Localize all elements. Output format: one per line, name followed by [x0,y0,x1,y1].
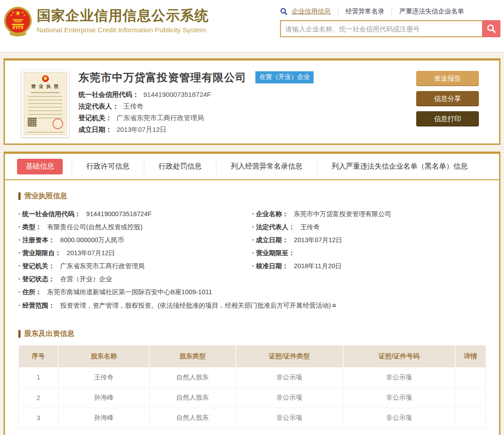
search-button[interactable] [482,20,500,37]
column-header: 股东类型 [149,345,236,367]
section-marker [18,330,21,338]
detail-row: · 注册资本：8000.000000万人民币· 成立日期：2013年07月12日 [18,234,486,247]
company-name: 东莞市中万贷富投资管理有限公司 [78,70,246,85]
detail-label: · 住所： [18,288,42,296]
detail-row: · 营业期限自：2013年07月12日· 营业期限至： [18,247,486,260]
field-label: 成立日期： [78,126,112,133]
header-nav-links: 企业信用信息经营异常名录严重违法失信企业名单 [280,6,500,16]
national-emblem-logo [4,5,32,38]
table-cell: 非公示项 [343,367,455,387]
license-detail-rows: · 统一社会信用代码：91441900073518724F· 企业名称：东莞市中… [18,208,486,312]
table-row: 3孙海峰自然人股东非公示项非公示项 [19,408,486,428]
table-cell: 孙海峰 [58,408,149,428]
status-badge: 在营（开业）企业 [255,71,314,83]
field-label: 法定代表人： [78,102,119,110]
detail-item: · 企业名称：东莞市中万贷富投资管理有限公司 [252,208,486,221]
license-section-title: 营业执照信息 [18,191,486,201]
table-cell: 非公示项 [236,367,343,387]
search-icon [280,8,288,15]
table-cell: 1 [19,367,59,387]
detail-row: · 住所：东莞市南城街道新城社区第一国际百安中心B座1009-1011 [18,286,486,299]
table-cell: 自然人股东 [149,367,236,387]
table-cell: 3 [19,408,59,428]
shareholder-table: 序号股东名称股东类型证照/证件类型证照/证件号码详情 1王传奇自然人股东非公示项… [18,345,486,428]
detail-row: · 类型：有限责任公司(自然人投资或控股)· 法定代表人：王传奇 [18,221,486,234]
license-image: 营 业 执 照 [22,70,69,137]
tab-4[interactable]: 列入经营异常名录信息 [216,159,317,174]
table-cell: 自然人股东 [149,408,236,428]
table-cell [455,408,486,428]
table-cell: 非公示项 [236,408,343,428]
column-header: 股东名称 [58,345,149,367]
table-cell: 非公示项 [343,387,455,408]
field-label: 登记机关： [78,114,112,122]
table-row: 1王传奇自然人股东非公示项非公示项 [19,367,486,387]
table-cell: 王传奇 [58,367,149,387]
tab-1[interactable]: 基础信息 [17,159,63,174]
section-marker [18,192,21,200]
table-cell [455,387,486,408]
detail-value: 2013年07月12日 [294,236,342,244]
column-header: 证照/证件类型 [236,345,343,367]
print-info-button[interactable]: 信息打印 [416,111,479,126]
detail-label: · 企业名称： [252,210,289,218]
shareholder-table-head-row: 序号股东名称股东类型证照/证件类型证照/证件号码详情 [19,345,486,367]
detail-value: 2018年11月20日 [294,262,342,270]
send-report-button[interactable]: 发送报告 [416,71,479,86]
red-seal-icon [52,118,63,129]
detail-value: 广东省东莞市工商行政管理局 [60,262,145,270]
tab-bar: 基础信息行政许可信息行政处罚信息列入经营异常名录信息列入严重违法失信企业名单（黑… [5,154,499,180]
detail-value: 2013年07月12日 [67,249,115,257]
detail-value: 投资管理，资产管理，股权投资。(依法须经批准的项目，经相关部门批准后方可开展经营… [60,302,331,309]
detail-value: 东莞市中万贷富投资管理有限公司 [294,210,392,218]
field-value: 2013年07月12日 [116,126,167,133]
nav-link-2[interactable]: 经营异常名录 [338,7,384,16]
detail-item: · 登记机关：广东省东莞市工商行政管理局 [18,260,252,273]
column-header: 序号 [19,345,59,367]
detail-item: · 核准日期：2018年11月20日 [252,260,486,273]
nav-link-1[interactable]: 企业信用信息 [292,7,331,16]
share-info-button[interactable]: 信息分享 [416,91,479,106]
site-header: 国家企业信用信息公示系统 National Enterprise Credit … [0,0,504,52]
detail-row: · 统一社会信用代码：91441900073518724F· 企业名称：东莞市中… [18,208,486,221]
detail-item: · 营业期限至： [252,247,486,260]
license-emblem-icon [42,75,49,82]
field-value: 广东省东莞市工商行政管理局 [116,114,204,122]
field-label: 统一社会信用代码： [78,91,139,98]
license-text-lines [28,96,62,119]
column-header: 证照/证件号码 [343,345,455,367]
nav-link-3[interactable]: 严重违法失信企业名单 [392,7,464,16]
table-cell: 非公示项 [343,408,455,428]
table-cell: 孙海峰 [58,387,149,408]
qr-code [28,117,37,126]
table-cell: 非公示项 [236,387,343,408]
detail-label: · 营业期限至： [252,249,295,257]
detail-label: · 营业期限自： [18,249,61,257]
search-button-icon [487,24,496,34]
site-title-en: National Enterprise Credit Information P… [37,26,209,34]
detail-item: · 统一社会信用代码：91441900073518724F [18,208,252,221]
detail-label: · 注册资本： [18,236,55,244]
detail-value: 东莞市南城街道新城社区第一国际百安中心B座1009-1011 [47,288,212,296]
detail-card: 基础信息行政许可信息行政处罚信息列入经营异常名录信息列入严重违法失信企业名单（黑… [4,152,500,435]
action-buttons: 发送报告信息分享信息打印 [416,71,479,131]
expand-icon[interactable]: ≡ [332,301,336,309]
detail-label: · 成立日期： [252,236,289,244]
table-cell: 自然人股东 [149,387,236,408]
license-info-section: 营业执照信息 · 统一社会信用代码：91441900073518724F· 企业… [18,191,486,312]
detail-item: · 注册资本：8000.000000万人民币 [18,234,252,247]
tab-3[interactable]: 行政处罚信息 [144,159,216,174]
table-row: 2孙海峰自然人股东非公示项非公示项 [19,387,486,408]
company-summary-card: 营 业 执 照 东莞市中万贷富投资管理有限公司 在营（开业）企业 统一社会信用代… [4,58,500,145]
tab-2[interactable]: 行政许可信息 [72,159,144,174]
detail-item: · 类型：有限责任公司(自然人投资或控股) [18,221,252,234]
detail-value: 8000.000000万人民币 [60,236,124,244]
column-header: 详情 [455,345,486,367]
detail-value: 在营（开业）企业 [60,275,112,283]
detail-label: · 登记机关： [18,262,55,270]
detail-value: 王传奇 [300,223,320,231]
detail-label: · 登记状态： [18,275,55,283]
search-input[interactable] [280,20,482,37]
tab-5[interactable]: 列入严重违法失信企业名单（黑名单）信息 [317,159,482,174]
detail-item: · 营业期限自：2013年07月12日 [18,247,252,260]
